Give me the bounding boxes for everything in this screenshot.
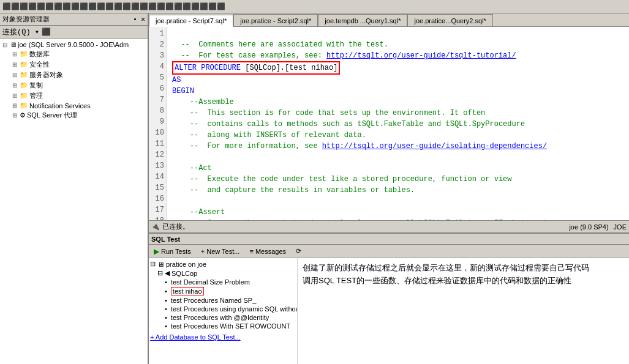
- bottom-description: 创建了新的测试存储过程之后就会显示在这里，新的测试存储过程需要自己写代码调用SQ…: [298, 258, 629, 364]
- editor-area[interactable]: 12345 678910 1112131415 16171819 -- Comm…: [149, 27, 629, 220]
- left-panel-title: 对象资源管理器: [2, 15, 50, 24]
- filter-icon[interactable]: ⬛: [42, 28, 51, 37]
- test-item-named-sp[interactable]: • test Procedures Named SP_: [150, 296, 296, 305]
- folder-icon: 📁: [20, 61, 28, 69]
- top-toolbar: ⬛⬛⬛⬛⬛⬛⬛⬛⬛⬛⬛⬛⬛⬛⬛⬛⬛⬛⬛⬛⬛⬛⬛⬛⬛⬛: [0, 0, 629, 13]
- bottom-panel-title: SQL Test: [151, 236, 180, 243]
- test-item-label: test Procedures With SET ROWCOUNT: [171, 322, 290, 330]
- connect-button[interactable]: 连接(Q) ▾: [2, 27, 39, 37]
- toolbar-icons: ⬛⬛⬛⬛⬛⬛⬛⬛⬛⬛⬛⬛⬛⬛⬛⬛⬛⬛⬛⬛⬛⬛⬛⬛⬛⬛: [2, 2, 225, 10]
- expand-icon: ⊟: [157, 269, 163, 277]
- add-db-label: + Add Database to SQL Test...: [150, 333, 241, 341]
- test-item-label: test nihao: [171, 287, 204, 295]
- tree-item-security[interactable]: ⊞ 📁 安全性: [1, 59, 146, 70]
- status-connected-text: 已连接。: [162, 222, 189, 231]
- folder-icon: 📁: [20, 71, 28, 79]
- tree-item-replication[interactable]: ⊞ 📁 复制: [1, 80, 146, 91]
- item-label: 安全性: [29, 60, 50, 69]
- run-tests-button[interactable]: ▶ Run Tests: [151, 247, 194, 256]
- left-panel-toolbar: 连接(Q) ▾ ⬛: [0, 26, 148, 39]
- tree-server-root[interactable]: ⊟ 🖥 joe (SQL Server 9.0.5000 - JOE\Adm: [1, 40, 146, 49]
- play-icon: ▶: [154, 247, 159, 256]
- bottom-toolbar: ▶ Run Tests + New Test... ≡ Messages ⟳: [149, 245, 629, 258]
- status-bar: 🔌 已连接。 joe (9.0 SP4) JOE: [149, 220, 629, 232]
- item-label: 服务器对象: [29, 70, 63, 80]
- run-tests-label: Run Tests: [161, 248, 191, 255]
- folder-icon: ⚙: [20, 111, 26, 119]
- folder-icon: 📁: [20, 81, 28, 89]
- tree-item-databases[interactable]: ⊞ 📁 数据库: [1, 49, 146, 59]
- item-label: 管理: [29, 91, 43, 100]
- left-panel-controls: ▪ ✕: [133, 15, 145, 23]
- tree-item-notification[interactable]: ⊞ 📁 Notification Services: [1, 101, 146, 110]
- test-item-nihao[interactable]: • test nihao: [150, 286, 296, 296]
- test-root[interactable]: ⊟ 🖥 pratice on joe: [150, 259, 296, 269]
- tree-item-server-objects[interactable]: ⊞ 📁 服务器对象: [1, 70, 146, 80]
- test-item-label: test Procedures Named SP_: [171, 297, 256, 304]
- new-test-label: + New Test...: [201, 248, 240, 255]
- expand-icon: ⊞: [11, 92, 18, 100]
- group-icon: ◀: [165, 269, 170, 277]
- test-tree: ⊟ 🖥 pratice on joe ⊟ ◀ SQLCop • test Dec…: [149, 258, 298, 364]
- item-label: Notification Services: [29, 102, 91, 110]
- folder-icon: 📁: [20, 102, 28, 110]
- messages-button[interactable]: ≡ Messages: [247, 247, 288, 256]
- group-label: SQLCop: [171, 270, 197, 277]
- tree-item-sql-agent[interactable]: ⊞ ⚙ SQL Server 代理: [1, 110, 146, 121]
- bullet-icon: •: [165, 297, 167, 304]
- tab-bar: joe.pratice - Script7.sql* joe.pratice -…: [149, 13, 629, 27]
- status-right: joe (9.0 SP4) JOE: [569, 223, 627, 231]
- tab-script2[interactable]: joe.pratice - Script2.sql*: [233, 14, 318, 26]
- test-item-dynamic-sql[interactable]: • test Procedures using dynamic SQL with…: [150, 305, 296, 313]
- object-tree: ⊟ 🖥 joe (SQL Server 9.0.5000 - JOE\Adm ⊞…: [0, 39, 148, 364]
- expand-icon: ⊞: [11, 112, 18, 119]
- new-test-button[interactable]: + New Test...: [198, 247, 243, 256]
- item-label: 复制: [29, 81, 43, 90]
- test-item-label: test Procedures using dynamic SQL withou…: [171, 305, 298, 313]
- expand-icon: ⊟: [150, 260, 156, 268]
- code-content[interactable]: -- Comments here are associated with the…: [167, 27, 629, 220]
- item-label: 数据库: [29, 50, 50, 59]
- folder-icon: 📁: [20, 50, 28, 58]
- test-item-decimal[interactable]: • test Decimal Size Problem: [150, 278, 296, 286]
- expand-icon: ⊞: [11, 51, 18, 58]
- description-text: 创建了新的测试存储过程之后就会显示在这里，新的测试存储过程需要自己写代码调用SQ…: [303, 263, 589, 285]
- tab-query2[interactable]: joe.pratice...Query2.sql*: [407, 14, 492, 26]
- bottom-panel-header: SQL Test: [149, 234, 629, 245]
- add-database-link[interactable]: + Add Database to SQL Test...: [150, 333, 296, 341]
- bullet-icon: •: [165, 322, 167, 330]
- tree-item-management[interactable]: ⊞ 📁 管理: [1, 91, 146, 101]
- item-label: SQL Server 代理: [27, 111, 77, 120]
- status-instance: joe (9.0 SP4): [569, 223, 608, 231]
- server-label: joe (SQL Server 9.0.5000 - JOE\Adm: [18, 41, 129, 48]
- test-item-label: test Procedures with @@Identity: [171, 314, 269, 321]
- messages-label: ≡ Messages: [249, 248, 286, 255]
- bullet-icon: •: [165, 288, 167, 295]
- bullet-icon: •: [165, 305, 167, 313]
- left-panel-header: 对象资源管理器 ▪ ✕: [0, 13, 148, 26]
- test-group-sqlcop[interactable]: ⊟ ◀ SQLCop: [150, 269, 296, 278]
- expand-icon: ⊞: [11, 72, 18, 79]
- expand-icon: ⊞: [11, 61, 18, 69]
- plug-icon: 🔌: [151, 223, 160, 231]
- expand-icon: ⊞: [11, 102, 18, 110]
- test-item-rowcount[interactable]: • test Procedures With SET ROWCOUNT: [150, 322, 296, 330]
- right-panel: joe.pratice - Script7.sql* joe.pratice -…: [149, 13, 629, 364]
- status-extra: JOE: [614, 223, 627, 231]
- root-label: pratice on joe: [166, 261, 206, 268]
- test-item-identity[interactable]: • test Procedures with @@Identity: [150, 313, 296, 322]
- tab-tempdb[interactable]: joe.tempdb ...Query1.sql*: [318, 14, 407, 26]
- expand-icon: ⊟: [1, 41, 9, 48]
- main-layout: 对象资源管理器 ▪ ✕ 连接(Q) ▾ ⬛ ⊟ 🖥 joe (SQL Serve…: [0, 13, 629, 364]
- left-panel: 对象资源管理器 ▪ ✕ 连接(Q) ▾ ⬛ ⊟ 🖥 joe (SQL Serve…: [0, 13, 149, 364]
- tab-script7[interactable]: joe.pratice - Script7.sql*: [149, 15, 233, 27]
- refresh-icon: ⟳: [296, 247, 301, 255]
- line-numbers: 12345 678910 1112131415 16171819: [149, 27, 167, 220]
- bullet-icon: •: [165, 314, 167, 321]
- server-icon: 🖥: [10, 41, 17, 48]
- code-container: 12345 678910 1112131415 16171819 -- Comm…: [149, 27, 629, 220]
- root-icon: 🖥: [157, 261, 164, 268]
- bullet-icon: •: [165, 278, 167, 286]
- test-item-label: test Decimal Size Problem: [171, 278, 250, 286]
- refresh-button[interactable]: ⟳: [293, 247, 304, 256]
